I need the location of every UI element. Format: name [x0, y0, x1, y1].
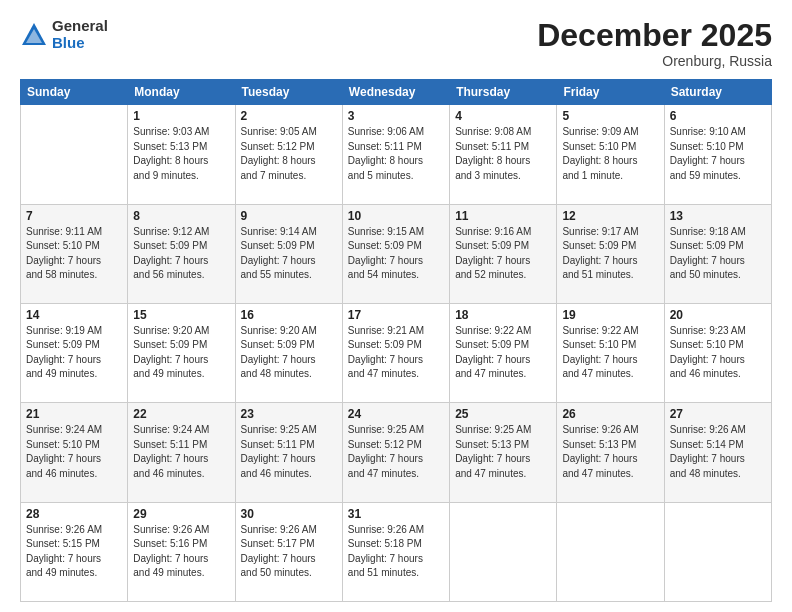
week-row-2: 14Sunrise: 9:19 AM Sunset: 5:09 PM Dayli… — [21, 303, 772, 402]
calendar-cell: 11Sunrise: 9:16 AM Sunset: 5:09 PM Dayli… — [450, 204, 557, 303]
col-header-thursday: Thursday — [450, 80, 557, 105]
day-number: 31 — [348, 507, 444, 521]
day-info: Sunrise: 9:26 AM Sunset: 5:14 PM Dayligh… — [670, 423, 766, 481]
day-number: 13 — [670, 209, 766, 223]
calendar-cell: 10Sunrise: 9:15 AM Sunset: 5:09 PM Dayli… — [342, 204, 449, 303]
week-row-4: 28Sunrise: 9:26 AM Sunset: 5:15 PM Dayli… — [21, 502, 772, 601]
calendar-cell: 14Sunrise: 9:19 AM Sunset: 5:09 PM Dayli… — [21, 303, 128, 402]
day-info: Sunrise: 9:24 AM Sunset: 5:11 PM Dayligh… — [133, 423, 229, 481]
day-info: Sunrise: 9:22 AM Sunset: 5:10 PM Dayligh… — [562, 324, 658, 382]
calendar-cell — [21, 105, 128, 204]
col-header-wednesday: Wednesday — [342, 80, 449, 105]
calendar-header: SundayMondayTuesdayWednesdayThursdayFrid… — [21, 80, 772, 105]
day-info: Sunrise: 9:25 AM Sunset: 5:12 PM Dayligh… — [348, 423, 444, 481]
logo-icon — [20, 21, 48, 49]
day-info: Sunrise: 9:25 AM Sunset: 5:13 PM Dayligh… — [455, 423, 551, 481]
calendar-body: 1Sunrise: 9:03 AM Sunset: 5:13 PM Daylig… — [21, 105, 772, 602]
calendar-cell: 12Sunrise: 9:17 AM Sunset: 5:09 PM Dayli… — [557, 204, 664, 303]
day-number: 3 — [348, 109, 444, 123]
day-number: 5 — [562, 109, 658, 123]
day-info: Sunrise: 9:12 AM Sunset: 5:09 PM Dayligh… — [133, 225, 229, 283]
calendar-cell — [450, 502, 557, 601]
calendar-cell: 28Sunrise: 9:26 AM Sunset: 5:15 PM Dayli… — [21, 502, 128, 601]
day-number: 29 — [133, 507, 229, 521]
day-number: 22 — [133, 407, 229, 421]
calendar-cell: 21Sunrise: 9:24 AM Sunset: 5:10 PM Dayli… — [21, 403, 128, 502]
calendar-cell: 8Sunrise: 9:12 AM Sunset: 5:09 PM Daylig… — [128, 204, 235, 303]
day-info: Sunrise: 9:26 AM Sunset: 5:16 PM Dayligh… — [133, 523, 229, 581]
calendar-cell: 15Sunrise: 9:20 AM Sunset: 5:09 PM Dayli… — [128, 303, 235, 402]
calendar-cell: 25Sunrise: 9:25 AM Sunset: 5:13 PM Dayli… — [450, 403, 557, 502]
day-info: Sunrise: 9:08 AM Sunset: 5:11 PM Dayligh… — [455, 125, 551, 183]
day-info: Sunrise: 9:09 AM Sunset: 5:10 PM Dayligh… — [562, 125, 658, 183]
day-number: 17 — [348, 308, 444, 322]
day-info: Sunrise: 9:23 AM Sunset: 5:10 PM Dayligh… — [670, 324, 766, 382]
header: General Blue December 2025 Orenburg, Rus… — [20, 18, 772, 69]
day-info: Sunrise: 9:20 AM Sunset: 5:09 PM Dayligh… — [241, 324, 337, 382]
calendar-cell: 2Sunrise: 9:05 AM Sunset: 5:12 PM Daylig… — [235, 105, 342, 204]
day-info: Sunrise: 9:20 AM Sunset: 5:09 PM Dayligh… — [133, 324, 229, 382]
calendar-cell: 27Sunrise: 9:26 AM Sunset: 5:14 PM Dayli… — [664, 403, 771, 502]
day-number: 11 — [455, 209, 551, 223]
col-header-sunday: Sunday — [21, 80, 128, 105]
logo-blue: Blue — [52, 35, 108, 52]
calendar-cell: 19Sunrise: 9:22 AM Sunset: 5:10 PM Dayli… — [557, 303, 664, 402]
calendar-cell: 6Sunrise: 9:10 AM Sunset: 5:10 PM Daylig… — [664, 105, 771, 204]
day-number: 28 — [26, 507, 122, 521]
calendar-table: SundayMondayTuesdayWednesdayThursdayFrid… — [20, 79, 772, 602]
day-number: 24 — [348, 407, 444, 421]
calendar-cell: 22Sunrise: 9:24 AM Sunset: 5:11 PM Dayli… — [128, 403, 235, 502]
calendar-cell: 30Sunrise: 9:26 AM Sunset: 5:17 PM Dayli… — [235, 502, 342, 601]
day-number: 25 — [455, 407, 551, 421]
day-info: Sunrise: 9:03 AM Sunset: 5:13 PM Dayligh… — [133, 125, 229, 183]
day-number: 4 — [455, 109, 551, 123]
day-number: 14 — [26, 308, 122, 322]
calendar-header-row: SundayMondayTuesdayWednesdayThursdayFrid… — [21, 80, 772, 105]
day-number: 8 — [133, 209, 229, 223]
day-info: Sunrise: 9:19 AM Sunset: 5:09 PM Dayligh… — [26, 324, 122, 382]
day-info: Sunrise: 9:15 AM Sunset: 5:09 PM Dayligh… — [348, 225, 444, 283]
calendar-cell: 9Sunrise: 9:14 AM Sunset: 5:09 PM Daylig… — [235, 204, 342, 303]
day-number: 6 — [670, 109, 766, 123]
week-row-3: 21Sunrise: 9:24 AM Sunset: 5:10 PM Dayli… — [21, 403, 772, 502]
calendar-cell: 7Sunrise: 9:11 AM Sunset: 5:10 PM Daylig… — [21, 204, 128, 303]
calendar-cell: 18Sunrise: 9:22 AM Sunset: 5:09 PM Dayli… — [450, 303, 557, 402]
day-number: 9 — [241, 209, 337, 223]
day-number: 18 — [455, 308, 551, 322]
day-info: Sunrise: 9:26 AM Sunset: 5:18 PM Dayligh… — [348, 523, 444, 581]
logo-text: General Blue — [52, 18, 108, 51]
calendar-cell: 20Sunrise: 9:23 AM Sunset: 5:10 PM Dayli… — [664, 303, 771, 402]
calendar-cell — [557, 502, 664, 601]
day-number: 30 — [241, 507, 337, 521]
calendar-cell: 17Sunrise: 9:21 AM Sunset: 5:09 PM Dayli… — [342, 303, 449, 402]
day-number: 27 — [670, 407, 766, 421]
calendar-cell: 1Sunrise: 9:03 AM Sunset: 5:13 PM Daylig… — [128, 105, 235, 204]
day-number: 1 — [133, 109, 229, 123]
calendar-cell: 5Sunrise: 9:09 AM Sunset: 5:10 PM Daylig… — [557, 105, 664, 204]
calendar-cell: 16Sunrise: 9:20 AM Sunset: 5:09 PM Dayli… — [235, 303, 342, 402]
week-row-0: 1Sunrise: 9:03 AM Sunset: 5:13 PM Daylig… — [21, 105, 772, 204]
logo: General Blue — [20, 18, 108, 51]
day-info: Sunrise: 9:16 AM Sunset: 5:09 PM Dayligh… — [455, 225, 551, 283]
day-number: 21 — [26, 407, 122, 421]
calendar-cell: 13Sunrise: 9:18 AM Sunset: 5:09 PM Dayli… — [664, 204, 771, 303]
day-number: 20 — [670, 308, 766, 322]
calendar-cell: 31Sunrise: 9:26 AM Sunset: 5:18 PM Dayli… — [342, 502, 449, 601]
day-info: Sunrise: 9:05 AM Sunset: 5:12 PM Dayligh… — [241, 125, 337, 183]
page: General Blue December 2025 Orenburg, Rus… — [0, 0, 792, 612]
day-info: Sunrise: 9:26 AM Sunset: 5:15 PM Dayligh… — [26, 523, 122, 581]
day-info: Sunrise: 9:14 AM Sunset: 5:09 PM Dayligh… — [241, 225, 337, 283]
location-subtitle: Orenburg, Russia — [537, 53, 772, 69]
calendar-cell: 23Sunrise: 9:25 AM Sunset: 5:11 PM Dayli… — [235, 403, 342, 502]
day-info: Sunrise: 9:26 AM Sunset: 5:17 PM Dayligh… — [241, 523, 337, 581]
day-number: 10 — [348, 209, 444, 223]
col-header-tuesday: Tuesday — [235, 80, 342, 105]
calendar-cell: 26Sunrise: 9:26 AM Sunset: 5:13 PM Dayli… — [557, 403, 664, 502]
day-number: 2 — [241, 109, 337, 123]
day-number: 15 — [133, 308, 229, 322]
col-header-monday: Monday — [128, 80, 235, 105]
day-info: Sunrise: 9:17 AM Sunset: 5:09 PM Dayligh… — [562, 225, 658, 283]
week-row-1: 7Sunrise: 9:11 AM Sunset: 5:10 PM Daylig… — [21, 204, 772, 303]
month-title: December 2025 — [537, 18, 772, 53]
day-number: 7 — [26, 209, 122, 223]
